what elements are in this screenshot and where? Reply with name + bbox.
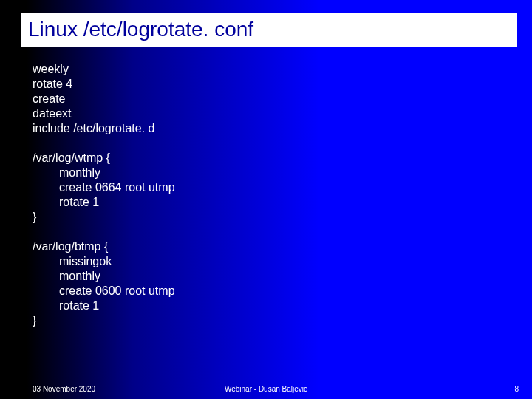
slide-title: Linux /etc/logrotate. conf: [28, 18, 510, 41]
directive-line: monthly: [59, 269, 510, 284]
directive-line: create 0600 root utmp: [59, 284, 510, 299]
slide-footer: 03 November 2020 Webinar - Dusan Baljevi…: [0, 380, 532, 393]
directive-line: rotate 1: [59, 195, 510, 210]
section-open: /var/log/wtmp {: [33, 151, 510, 166]
directive-line: dateext: [33, 106, 510, 121]
section-close: }: [33, 313, 510, 328]
directive-line: missingok: [59, 254, 510, 269]
directive-line: monthly: [59, 166, 510, 180]
footer-page-number: 8: [514, 385, 519, 393]
footer-center: Webinar - Dusan Baljevic: [0, 385, 532, 393]
directive-line: create 0664 root utmp: [59, 180, 510, 195]
global-directives: weekly rotate 4 create dateext include /…: [33, 62, 510, 136]
section-open: /var/log/btmp {: [33, 239, 510, 254]
slide: Linux /etc/logrotate. conf weekly rotate…: [0, 0, 532, 399]
directive-line: weekly: [33, 62, 510, 77]
section-body: monthly create 0664 root utmp rotate 1: [33, 166, 510, 210]
directive-line: include /etc/logrotate. d: [33, 121, 510, 136]
section-body: missingok monthly create 0600 root utmp …: [33, 254, 510, 313]
slide-content: weekly rotate 4 create dateext include /…: [33, 62, 510, 343]
directive-line: rotate 1: [59, 299, 510, 313]
directive-line: rotate 4: [33, 77, 510, 92]
section-btmp: /var/log/btmp { missingok monthly create…: [33, 239, 510, 328]
directive-line: create: [33, 92, 510, 106]
section-wtmp: /var/log/wtmp { monthly create 0664 root…: [33, 151, 510, 225]
section-close: }: [33, 210, 510, 225]
title-bar: Linux /etc/logrotate. conf: [21, 13, 517, 47]
